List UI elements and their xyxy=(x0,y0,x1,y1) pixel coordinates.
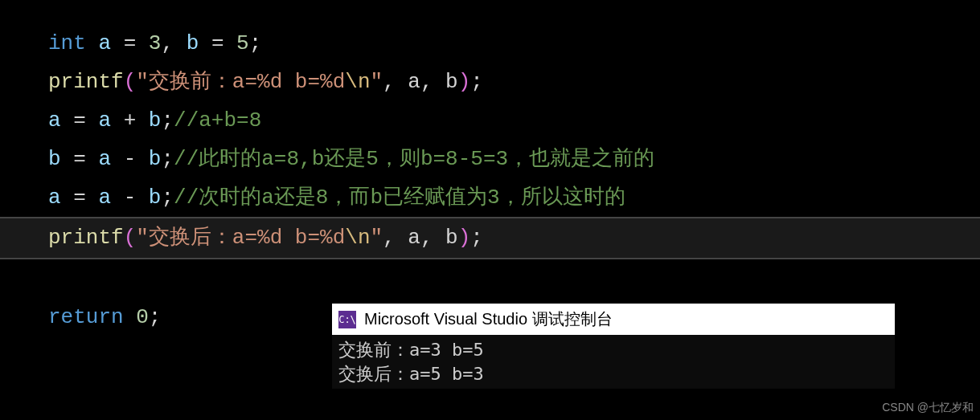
keyword-int: int xyxy=(48,31,86,55)
var-a: a xyxy=(98,31,111,55)
literal-0: 0 xyxy=(136,305,149,329)
comment: //次时的a还是8，而b已经赋值为3，所以这时的 xyxy=(174,186,625,210)
console-output-line: 交换后：a=5 b=3 xyxy=(338,362,888,386)
func-printf: printf xyxy=(48,226,124,250)
console-titlebar[interactable]: C:\ Microsoft Visual Studio 调试控制台 xyxy=(332,304,895,335)
code-line-blank xyxy=(48,259,980,298)
console-output: 交换前：a=3 b=5 交换后：a=5 b=3 xyxy=(332,335,895,389)
func-printf: printf xyxy=(48,70,124,94)
string-literal: 交换前：a=%d b=%d xyxy=(149,70,345,94)
code-line-3: a = a + b;//a+b=8 xyxy=(48,101,980,140)
var-b: b xyxy=(187,31,199,55)
console-icon: C:\ xyxy=(338,311,356,328)
code-line-5: a = a - b;//次时的a还是8，而b已经赋值为3，所以这时的 xyxy=(48,178,980,217)
comment: //a+b=8 xyxy=(174,108,261,133)
watermark: CSDN @七忆岁和 xyxy=(882,401,974,415)
console-output-line: 交换前：a=3 b=5 xyxy=(338,338,888,362)
code-editor[interactable]: int a = 3, b = 5; printf("交换前：a=%d b=%d\… xyxy=(0,0,980,336)
keyword-return: return xyxy=(48,305,124,329)
console-title: Microsoft Visual Studio 调试控制台 xyxy=(364,308,613,330)
literal-5: 5 xyxy=(236,31,249,55)
debug-console-window[interactable]: C:\ Microsoft Visual Studio 调试控制台 交换前：a=… xyxy=(332,304,895,389)
literal-3: 3 xyxy=(149,31,162,55)
code-line-6-current: printf("交换后：a=%d b=%d\n", a, b); xyxy=(0,217,980,259)
escape-sequence: \n xyxy=(345,70,370,94)
escape-sequence: \n xyxy=(345,226,370,250)
comment: //此时的a=8,b还是5，则b=8-5=3，也就是之前的 xyxy=(174,147,654,171)
code-line-2: printf("交换前：a=%d b=%d\n", a, b); xyxy=(48,63,980,101)
string-literal: 交换后：a=%d b=%d xyxy=(149,226,345,250)
code-line-4: b = a - b;//此时的a=8,b还是5，则b=8-5=3，也就是之前的 xyxy=(48,140,980,178)
code-line-1: int a = 3, b = 5; xyxy=(48,24,980,63)
